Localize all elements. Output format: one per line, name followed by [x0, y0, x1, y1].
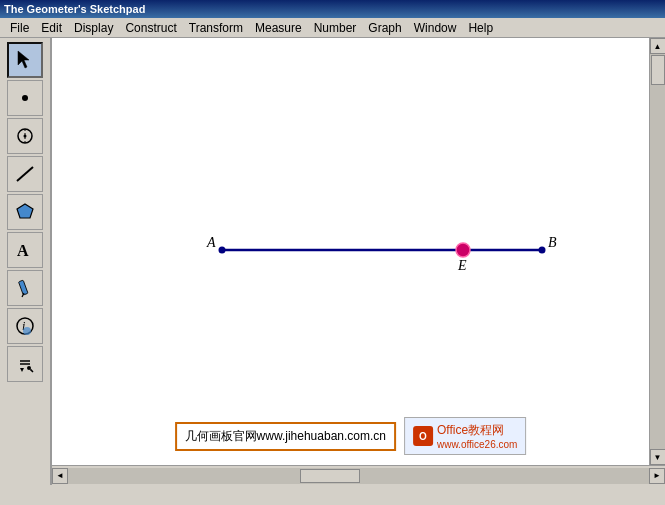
line-tool-button[interactable]: [7, 156, 43, 192]
scroll-bottom-thumb[interactable]: [300, 469, 360, 483]
menu-edit[interactable]: Edit: [35, 19, 68, 37]
office-url: www.office26.com: [437, 439, 517, 450]
scroll-right-thumb[interactable]: [651, 55, 665, 85]
menu-measure[interactable]: Measure: [249, 19, 308, 37]
toolbar: A i: [0, 38, 52, 485]
point-tool-button[interactable]: [7, 80, 43, 116]
menu-transform[interactable]: Transform: [183, 19, 249, 37]
drawing-canvas[interactable]: A B E 几何画板官网www.jihehuaban.com.cn O Offi…: [52, 38, 649, 465]
svg-marker-6: [17, 204, 33, 218]
scroll-up-button[interactable]: ▲: [650, 38, 666, 54]
point-b-dot: [539, 247, 546, 254]
menu-help[interactable]: Help: [462, 19, 499, 37]
point-e-dot: [456, 243, 470, 257]
scroll-bottom-track[interactable]: [68, 468, 649, 484]
label-e: E: [458, 258, 467, 274]
right-scrollbar: ▲ ▼: [649, 38, 665, 465]
menu-number[interactable]: Number: [308, 19, 363, 37]
menu-bar: File Edit Display Construct Transform Me…: [0, 18, 665, 38]
watermark-banner: 几何画板官网www.jihehuaban.com.cn O Office教程网 …: [175, 417, 527, 455]
office-label: Office教程网: [437, 422, 517, 439]
main-layout: A i: [0, 38, 665, 485]
canvas-wrapper: A B E 几何画板官网www.jihehuaban.com.cn O Offi…: [52, 38, 665, 485]
svg-point-12: [23, 327, 31, 335]
bottom-scrollbar: ◄ ►: [52, 465, 665, 485]
info-tool-button[interactable]: i: [7, 308, 43, 344]
svg-marker-13: [20, 368, 24, 372]
canvas-and-scrollbar: A B E 几何画板官网www.jihehuaban.com.cn O Offi…: [52, 38, 665, 465]
menu-display[interactable]: Display: [68, 19, 119, 37]
svg-line-5: [17, 167, 33, 181]
arrow-tool-button[interactable]: [7, 42, 43, 78]
geometry-svg: [52, 38, 649, 465]
svg-point-16: [27, 366, 31, 370]
scroll-right-button[interactable]: ►: [649, 468, 665, 484]
scroll-down-button[interactable]: ▼: [650, 449, 666, 465]
compass-tool-button[interactable]: [7, 118, 43, 154]
marker-tool-button[interactable]: [7, 270, 43, 306]
label-b: B: [548, 235, 557, 251]
svg-text:A: A: [17, 242, 29, 259]
menu-graph[interactable]: Graph: [362, 19, 407, 37]
watermark-right-label: Office教程网 www.office26.com: [437, 422, 517, 450]
polygon-tool-button[interactable]: [7, 194, 43, 230]
title-bar: The Geometer's Sketchpad: [0, 0, 665, 18]
app-title: The Geometer's Sketchpad: [4, 3, 145, 15]
menu-file[interactable]: File: [4, 19, 35, 37]
watermark-left-text: 几何画板官网www.jihehuaban.com.cn: [175, 422, 396, 451]
custom-tool-button[interactable]: [7, 346, 43, 382]
point-a-dot: [219, 247, 226, 254]
svg-point-1: [22, 95, 28, 101]
svg-line-17: [30, 369, 33, 372]
label-a: A: [207, 235, 216, 251]
scroll-left-button[interactable]: ◄: [52, 468, 68, 484]
menu-window[interactable]: Window: [408, 19, 463, 37]
svg-rect-8: [19, 280, 28, 295]
office-icon: O: [413, 426, 433, 446]
svg-marker-0: [18, 51, 29, 68]
menu-construct[interactable]: Construct: [119, 19, 182, 37]
text-tool-button[interactable]: A: [7, 232, 43, 268]
watermark-right-text: O Office教程网 www.office26.com: [404, 417, 526, 455]
scroll-right-track[interactable]: [650, 54, 666, 449]
